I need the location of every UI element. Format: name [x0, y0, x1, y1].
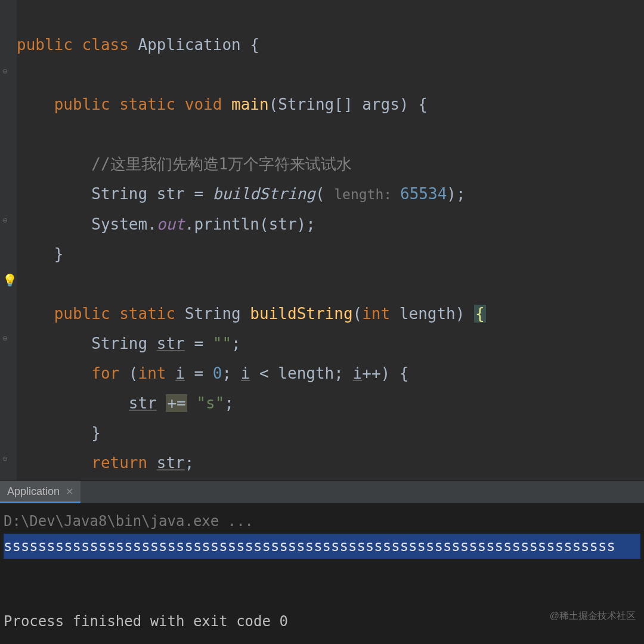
code-line: str += "s"; — [17, 394, 234, 412]
console-command: D:\Dev\Java8\bin\java.exe ... — [4, 513, 253, 530]
run-panel: Application ✕ D:\Dev\Java8\bin\java.exe … — [0, 481, 644, 644]
console-exit-message: Process finished with exit code 0 — [4, 613, 288, 630]
code-line: String str = ""; — [17, 335, 241, 352]
watermark: @稀土掘金技术社区 — [550, 610, 636, 623]
console-output[interactable]: D:\Dev\Java8\bin\java.exe ... ssssssssss… — [0, 504, 644, 644]
code-line: return str; — [17, 454, 194, 472]
code-line: public class Application { — [17, 36, 259, 54]
code-line: } — [17, 424, 101, 442]
tab-label: Application — [7, 485, 60, 498]
fold-icon[interactable]: ⊖ — [2, 216, 13, 227]
run-tab-bar: Application ✕ — [0, 481, 644, 504]
code-line: } — [17, 245, 63, 263]
console-stdout: ssssssssssssssssssssssssssssssssssssssss… — [4, 534, 640, 559]
fold-icon[interactable]: ⊖ — [2, 67, 13, 78]
close-icon[interactable]: ✕ — [66, 486, 73, 497]
code-line: //这里我们先构造1万个字符来试试水 — [17, 155, 352, 173]
code-line: System.out.println(str); — [17, 215, 315, 233]
fold-icon[interactable]: ⊖ — [2, 334, 13, 345]
fold-icon[interactable]: ⊖ — [2, 454, 13, 465]
code-editor[interactable]: ⊖ ⊖ 💡 ⊖ ⊖ public class Application { pub… — [0, 0, 644, 481]
code-line: public static String buildString(int len… — [17, 305, 486, 323]
code-line: public static void main(String[] args) { — [17, 95, 428, 113]
code-line: for (int i = 0; i < length; i++) { — [17, 364, 409, 382]
code-area[interactable]: public class Application { public static… — [17, 0, 644, 481]
gutter: ⊖ ⊖ 💡 ⊖ ⊖ — [0, 0, 17, 481]
code-line: String str = buildString( length: 65534)… — [17, 185, 466, 203]
run-tab-application[interactable]: Application ✕ — [0, 481, 80, 503]
lightbulb-icon[interactable]: 💡 — [2, 273, 13, 284]
